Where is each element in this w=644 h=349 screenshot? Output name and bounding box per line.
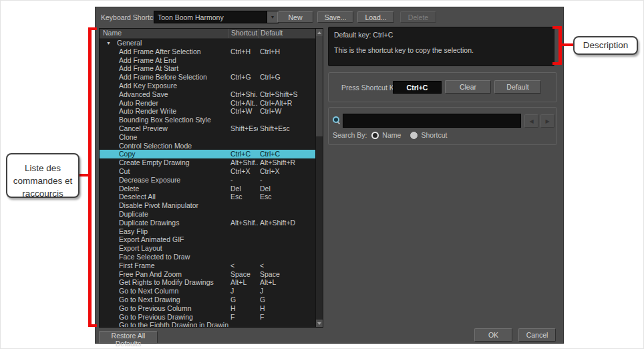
shortcut-row[interactable]: First Frame < < <box>100 261 315 270</box>
command-default <box>258 244 315 253</box>
command-name: Bounding Box Selection Style <box>100 116 228 124</box>
command-default <box>258 133 315 142</box>
search-group: ◀ ▶ Search By: Name Shortcut <box>328 107 557 145</box>
command-shortcut <box>228 321 258 327</box>
shortcut-row[interactable]: Add Frame Before Selection Ctrl+G Ctrl+G <box>100 73 315 82</box>
radio-icon <box>371 132 379 139</box>
shortcut-row[interactable]: Control Selection Mode <box>100 142 315 150</box>
shortcut-row[interactable]: Delete Del Del <box>100 185 315 193</box>
ok-button[interactable]: OK <box>474 328 512 342</box>
column-header-default[interactable]: Default <box>258 29 315 38</box>
command-name: Free Pan And Zoom <box>100 270 228 279</box>
left-bracket-line <box>88 27 92 327</box>
default-button[interactable]: Default <box>494 80 541 94</box>
shortcut-row[interactable]: Export Animated GIF <box>100 235 315 244</box>
command-shortcut <box>228 116 258 124</box>
left-callout-connector <box>78 174 90 177</box>
shortcut-key-field[interactable]: Ctrl+C <box>393 81 442 94</box>
chevron-down-icon[interactable]: ▼ <box>267 11 278 23</box>
restore-all-defaults-button[interactable]: Restore All Defaults <box>99 331 158 344</box>
new-button[interactable]: New <box>277 11 313 23</box>
command-shortcut <box>228 201 258 210</box>
shortcut-row[interactable]: Face Selected to Draw <box>100 253 315 261</box>
shortcut-row[interactable]: Go to Previous Column H H <box>100 304 315 313</box>
shortcut-row[interactable]: Bounding Box Selection Style <box>100 116 315 124</box>
search-by-option[interactable]: Shortcut <box>410 131 447 139</box>
command-name: Duplicate Drawings <box>100 219 228 227</box>
description-text: This is the shortcut key to copy the sel… <box>334 46 548 54</box>
shortcut-row[interactable]: Go to Previous Drawing F F <box>100 313 315 322</box>
command-default: J <box>258 287 315 296</box>
press-shortcut-group: Press Shortcut Key: Ctrl+C Clear Default <box>328 72 557 102</box>
command-shortcut <box>228 82 258 90</box>
command-default: Ctrl+Alt+R <box>258 99 315 108</box>
category-row-general[interactable]: ▼ General <box>100 39 315 47</box>
shortcut-row[interactable]: Decrease Exposure - - <box>100 176 315 185</box>
default-key-text: Default key: Ctrl+C <box>334 31 548 39</box>
command-shortcut <box>228 210 258 219</box>
command-name: Duplicate <box>100 210 228 219</box>
shortcut-row[interactable]: Copy Ctrl+C Ctrl+C <box>100 150 315 158</box>
shortcut-list-panel: Name Shortcut Default ▼ General Add Fram… <box>99 28 323 328</box>
arrow-right-icon: ▶ <box>545 118 549 124</box>
shortcut-row[interactable]: Auto Render Ctrl+Alt... Ctrl+Alt+R <box>100 99 315 108</box>
shortcut-row[interactable]: Get Rights to Modify Drawings Alt+L Alt+… <box>100 278 315 287</box>
command-shortcut <box>228 253 258 261</box>
command-name: Add Frame Before Selection <box>100 73 228 82</box>
rows-container: Add Frame After Selection Ctrl+H Ctrl+H … <box>100 47 315 327</box>
clear-button[interactable]: Clear <box>445 80 491 94</box>
shortcut-row[interactable]: Go to the Eighth Drawing in Drawing <box>100 321 315 327</box>
save-button[interactable]: Save... <box>317 11 353 23</box>
shortcut-row[interactable]: Go to Next Column J J <box>100 287 315 296</box>
shortcut-rows: ▼ General Add Frame After Selection Ctrl… <box>100 39 315 327</box>
shortcut-row[interactable]: Add Frame At Start <box>100 64 315 73</box>
shortcut-row[interactable]: Advanced Save Ctrl+Shi... Ctrl+Shift+S <box>100 90 315 99</box>
shortcut-row[interactable]: Easy Flip <box>100 227 315 236</box>
shortcut-row[interactable]: Free Pan And Zoom Space Space <box>100 270 315 279</box>
shortcut-row[interactable]: Duplicate Drawings Alt+Shif... Alt+Shift… <box>100 219 315 227</box>
cancel-button[interactable]: Cancel <box>518 328 556 342</box>
shortcut-row[interactable]: Add Key Exposure <box>100 82 315 90</box>
command-shortcut <box>228 227 258 236</box>
shortcut-row[interactable]: Auto Render Write Ctrl+W Ctrl+W <box>100 107 315 116</box>
search-by-label: Search By: <box>333 131 367 139</box>
list-scrollbar[interactable] <box>315 29 323 327</box>
preset-dropdown[interactable]: Toon Boom Harmony ▼ <box>154 11 279 23</box>
command-shortcut: F <box>228 313 258 322</box>
scroll-down-button[interactable] <box>316 320 323 327</box>
shortcut-row[interactable]: Go to Next Drawing G G <box>100 296 315 304</box>
command-shortcut: Ctrl+C <box>228 150 258 158</box>
shortcut-row[interactable]: Create Empty Drawing Alt+Shif... Alt+Shi… <box>100 158 315 167</box>
shortcut-row[interactable]: Disable Pivot Manipulator <box>100 201 315 210</box>
scroll-up-button[interactable] <box>316 29 323 36</box>
shortcut-row[interactable]: Deselect All Esc Esc <box>100 193 315 201</box>
scrollbar-thumb[interactable] <box>316 36 323 136</box>
column-header-shortcut[interactable]: Shortcut <box>228 29 258 38</box>
command-name: Cancel Preview <box>100 124 228 133</box>
command-name: Go to Previous Column <box>100 304 228 313</box>
command-default: Alt+Shift+R <box>258 158 315 167</box>
shortcut-row[interactable]: Cancel Preview Shift+Esc Shift+Esc <box>100 124 315 133</box>
command-default <box>258 82 315 90</box>
shortcut-row[interactable]: Duplicate <box>100 210 315 219</box>
command-default: Ctrl+X <box>258 167 315 176</box>
command-shortcut: J <box>228 287 258 296</box>
command-shortcut <box>228 64 258 73</box>
command-default: Ctrl+C <box>258 150 315 158</box>
command-name: Disable Pivot Manipulator <box>100 201 228 210</box>
shortcut-row[interactable]: Clone <box>100 133 315 142</box>
command-name: Export Animated GIF <box>100 235 228 244</box>
list-header: Name Shortcut Default <box>100 29 315 39</box>
shortcut-row[interactable]: Add Frame After Selection Ctrl+H Ctrl+H <box>100 47 315 56</box>
command-default <box>258 321 315 327</box>
shortcut-row[interactable]: Cut Ctrl+X Ctrl+X <box>100 167 315 176</box>
column-header-name[interactable]: Name <box>100 29 228 38</box>
load-button[interactable]: Load... <box>357 11 394 23</box>
collapse-arrow-icon[interactable]: ▼ <box>106 39 112 47</box>
search-by-option[interactable]: Name <box>371 131 401 139</box>
callout-line: commandes et <box>7 174 78 187</box>
shortcut-row[interactable]: Export Layout <box>100 244 315 253</box>
shortcut-row[interactable]: Add Frame At End <box>100 56 315 65</box>
command-shortcut: Ctrl+W <box>228 107 258 116</box>
search-input[interactable] <box>343 114 521 128</box>
